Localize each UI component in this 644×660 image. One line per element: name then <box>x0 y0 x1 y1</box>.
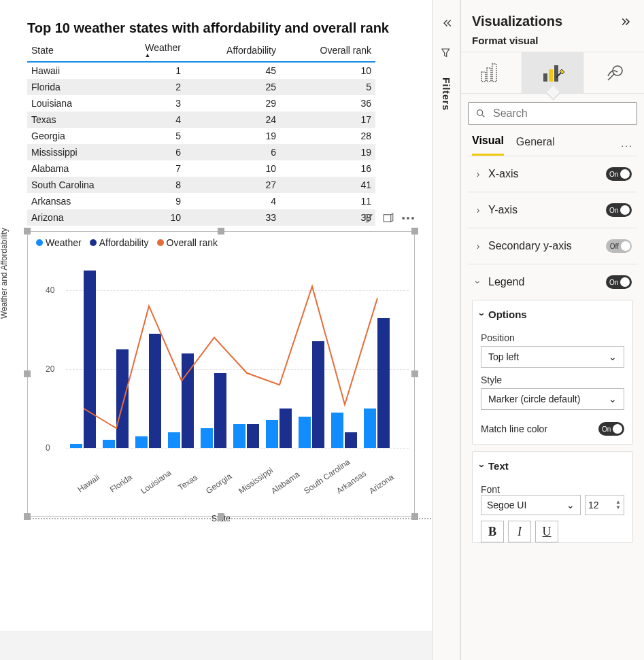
chart-area[interactable]: Weather Affordability Overall rank Weath… <box>27 231 415 517</box>
bold-button[interactable]: B <box>481 521 504 542</box>
format-more-icon[interactable]: ··· <box>621 140 633 151</box>
filter-icon[interactable] <box>362 212 374 224</box>
chevron-down-icon: ⌄ <box>609 394 617 404</box>
expand-filters-icon[interactable] <box>438 15 454 31</box>
svg-rect-5 <box>549 69 553 82</box>
resize-handle[interactable] <box>218 513 224 520</box>
svg-point-8 <box>477 110 483 116</box>
chevron-down-icon: › <box>477 313 488 316</box>
tab-general[interactable]: General <box>516 136 555 155</box>
chart-visual-container[interactable]: ••• Weather Affordability Overall rank W… <box>27 231 415 517</box>
plot-area: 02040 <box>66 251 409 448</box>
legend-options-card: ›Options Position Top left⌄ Style Marker… <box>472 300 633 445</box>
format-search[interactable] <box>468 102 637 125</box>
format-visual-tab[interactable] <box>522 52 583 93</box>
tab-visual[interactable]: Visual <box>472 135 504 156</box>
table-row[interactable]: South Carolina82741 <box>27 177 375 193</box>
legend-text-card: ›Text Font Segoe UI⌄ 12▲▼ B I U <box>472 451 633 543</box>
group-yaxis[interactable]: › Y-axis On <box>469 192 636 228</box>
svg-rect-6 <box>554 65 558 82</box>
report-canvas: Top 10 weather states with affordability… <box>0 0 432 660</box>
col-state[interactable]: State <box>27 39 110 62</box>
col-weather[interactable]: Weather▲ <box>110 39 185 62</box>
svg-rect-1 <box>481 72 486 82</box>
table-title: Top 10 weather states with affordability… <box>27 20 418 36</box>
chevron-down-icon: ⌄ <box>566 500 575 510</box>
format-tab-row <box>461 52 644 94</box>
table-row[interactable]: Florida2255 <box>27 79 375 95</box>
table-row[interactable]: Arizona103338 <box>27 209 375 226</box>
data-table: State Weather▲ Affordability Overall ran… <box>27 39 375 226</box>
svg-rect-2 <box>487 68 491 82</box>
chevron-down-icon: › <box>473 277 484 287</box>
toggle-legend[interactable]: On <box>606 275 632 289</box>
col-overall[interactable]: Overall rank <box>280 39 375 62</box>
focus-mode-icon[interactable] <box>382 212 394 224</box>
italic-button[interactable]: I <box>508 521 531 542</box>
font-size-spinner[interactable]: 12▲▼ <box>585 495 624 515</box>
svg-rect-3 <box>492 64 496 82</box>
font-family-dropdown[interactable]: Segoe UI⌄ <box>481 495 581 515</box>
chevron-right-icon: › <box>473 241 483 251</box>
resize-handle[interactable] <box>411 228 418 235</box>
style-label: Style <box>473 375 632 385</box>
analytics-tab[interactable] <box>583 52 644 93</box>
underline-button[interactable]: U <box>535 521 558 542</box>
toggle-xaxis[interactable]: On <box>606 167 632 181</box>
legend-item-affordability[interactable]: Affordability <box>90 237 149 248</box>
chevron-down-icon: › <box>477 464 488 468</box>
svg-rect-4 <box>543 73 547 82</box>
resize-handle[interactable] <box>24 228 31 235</box>
options-header[interactable]: ›Options <box>473 300 632 328</box>
resize-handle[interactable] <box>218 228 224 235</box>
group-xaxis[interactable]: › X-axis On <box>469 156 636 192</box>
bookmark-icon[interactable] <box>438 45 454 61</box>
text-header[interactable]: ›Text <box>473 452 632 480</box>
toggle-secondary-yaxis[interactable]: Off <box>606 239 632 253</box>
build-visual-tab[interactable] <box>461 52 522 93</box>
table-row[interactable]: Texas42417 <box>27 111 375 128</box>
toggle-match-line-color[interactable]: On <box>598 422 624 436</box>
match-line-color-label: Match line color <box>481 423 547 434</box>
pane-title: Visualizations <box>472 14 562 29</box>
more-options-icon[interactable]: ••• <box>403 212 415 224</box>
x-axis-labels: HawaiiFloridaLouisianaTexasGeorgiaMissis… <box>66 468 414 506</box>
resize-handle[interactable] <box>411 370 418 377</box>
font-label: Font <box>473 484 632 495</box>
visualizations-pane: Visualizations Format visual Visual Gene… <box>460 0 644 660</box>
filters-label[interactable]: Filters <box>441 77 452 111</box>
table-row[interactable]: Hawaii14510 <box>27 62 375 79</box>
chart-legend: Weather Affordability Overall rank <box>28 232 414 251</box>
svg-rect-0 <box>384 215 391 222</box>
col-affordability[interactable]: Affordability <box>185 39 280 62</box>
table-row[interactable]: Georgia51928 <box>27 128 375 144</box>
table-row[interactable]: Mississippi6619 <box>27 144 375 160</box>
position-dropdown[interactable]: Top left⌄ <box>481 346 624 368</box>
legend-item-overall[interactable]: Overall rank <box>157 237 218 248</box>
legend-item-weather[interactable]: Weather <box>36 237 82 248</box>
resize-handle[interactable] <box>411 513 418 520</box>
chevron-down-icon: ⌄ <box>609 351 617 362</box>
pane-subtitle: Format visual <box>461 35 644 52</box>
page-footer <box>0 631 432 660</box>
search-icon <box>475 108 486 119</box>
group-legend[interactable]: › Legend On <box>469 264 636 300</box>
toggle-yaxis[interactable]: On <box>606 203 632 217</box>
resize-handle[interactable] <box>24 513 31 520</box>
table-row[interactable]: Alabama71016 <box>27 160 375 177</box>
search-input[interactable] <box>492 107 630 120</box>
style-dropdown[interactable]: Marker (circle default)⌄ <box>481 388 624 410</box>
table-row[interactable]: Arkansas9411 <box>27 193 375 209</box>
resize-handle[interactable] <box>24 370 31 377</box>
table-row[interactable]: Louisiana32936 <box>27 95 375 111</box>
y-axis-title: Weather and Affordability <box>0 228 9 319</box>
group-secondary-yaxis[interactable]: › Secondary y-axis Off <box>469 228 636 264</box>
expand-pane-icon[interactable] <box>621 16 633 28</box>
chevron-right-icon: › <box>473 205 483 215</box>
filters-pane-collapsed: Filters <box>432 0 460 660</box>
visual-header-toolbar: ••• <box>362 212 415 224</box>
position-label: Position <box>473 332 632 343</box>
chevron-right-icon: › <box>473 169 483 179</box>
spin-down-icon[interactable]: ▼ <box>615 505 621 510</box>
